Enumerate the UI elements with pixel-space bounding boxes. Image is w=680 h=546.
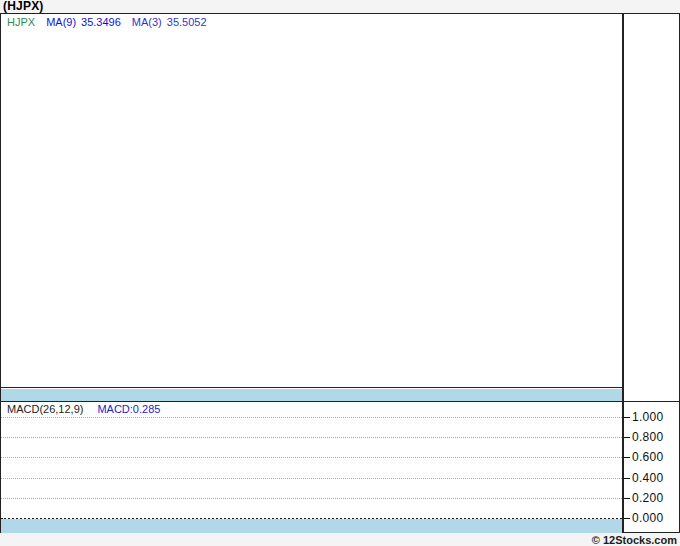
macd-panel: MACD(26,12,9)MACD:0.285 [1,402,679,532]
axis-tick [624,457,630,458]
ma3-value: 35.5052 [167,16,207,28]
axis-tick [624,478,630,479]
price-legend: HJPXMA(9)35.3496MA(3)35.5052 [7,16,218,28]
price-panel-bottom-border [1,387,622,388]
axis-label-0000: 0.000 [632,512,678,524]
gridline-0200 [1,498,622,499]
page-title: (HJPX) [3,0,44,13]
price-panel: HJPXMA(9)35.3496MA(3)35.5052 [1,14,679,388]
axis-tick [624,518,630,519]
gridline-0800 [1,437,622,438]
date-axis-band-macd [1,519,622,533]
axis-label-1000: 1.000 [632,411,678,423]
axis-label-0200: 0.200 [632,492,678,504]
ma9-label: MA(9) [46,16,76,28]
axis-tick [624,437,630,438]
axis-label-0600: 0.600 [632,451,678,463]
gridline-1000 [1,417,622,418]
macd-value-label: MACD:0.285 [97,403,160,415]
watermark-credit: © 12Stocks.com [0,534,680,546]
axis-label-0800: 0.800 [632,431,678,443]
macd-name-label: MACD(26,12,9) [7,403,83,415]
macd-legend: MACD(26,12,9)MACD:0.285 [7,403,160,415]
chart-container: HJPXMA(9)35.3496MA(3)35.5052 MACD(26,12,… [0,13,680,533]
gridline-0400 [1,478,622,479]
ma9-value: 35.3496 [81,16,121,28]
y-axis-line [622,14,624,532]
axis-tick [624,498,630,499]
symbol-label: HJPX [7,16,35,28]
gridline-0600 [1,457,622,458]
axis-tick [624,417,630,418]
axis-label-0400: 0.400 [632,472,678,484]
ma3-label: MA(3) [132,16,162,28]
date-axis-band-price [1,389,622,401]
